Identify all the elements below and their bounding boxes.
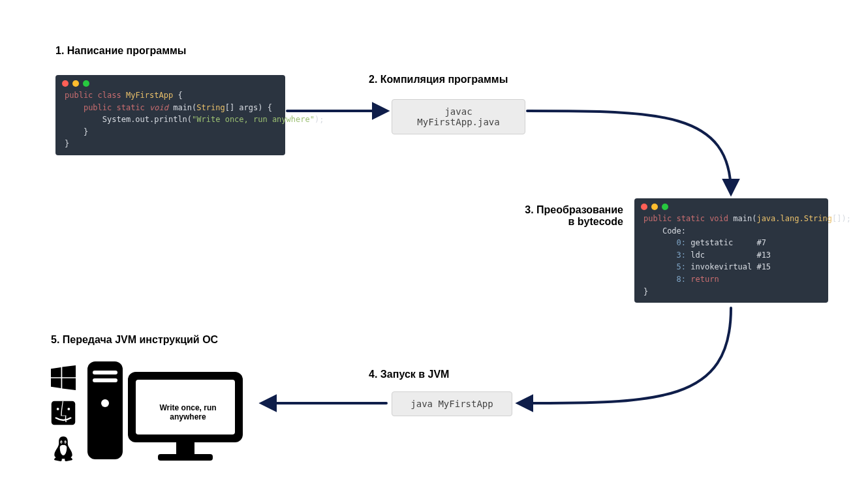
- bytecode-sig-method: main: [733, 214, 752, 223]
- svg-rect-8: [93, 371, 117, 374]
- run-command-box: java MyFirstApp: [392, 391, 512, 416]
- monitor-output-text: Write once, run anywhere: [141, 403, 235, 421]
- bytecode-instruction: 5: invokevirtual #15: [634, 261, 828, 273]
- svg-point-2: [67, 408, 70, 410]
- macos-icon: [51, 401, 76, 425]
- svg-rect-0: [52, 401, 75, 425]
- svg-point-10: [101, 399, 109, 407]
- bytecode-sig-param: java.lang.String: [756, 214, 832, 223]
- source-code-block: public class MyFirstApp { public static …: [55, 75, 285, 155]
- windows-icon: [51, 365, 76, 390]
- class-name: MyFirstApp: [126, 91, 173, 100]
- svg-point-5: [61, 442, 63, 443]
- bytecode-code-label: Code:: [662, 226, 686, 236]
- svg-point-6: [65, 442, 66, 443]
- svg-rect-13: [176, 442, 194, 454]
- bytecode-sig-head: public static void: [643, 214, 728, 223]
- step-3-title: 3. Преобразование в bytecode: [519, 204, 623, 228]
- step-5-title: 5. Передача JVM инструкций ОС: [51, 334, 218, 346]
- window-controls-icon: [55, 75, 285, 89]
- bytecode-block: public static void main(java.lang.String…: [634, 198, 828, 303]
- string-literal: "Write once, run anywhere": [192, 115, 315, 124]
- bytecode-instruction: 3: ldc #13: [634, 249, 828, 262]
- bytecode-instruction: 0: getstatic #7: [634, 237, 828, 249]
- os-icons-group: [51, 365, 76, 467]
- svg-point-1: [57, 408, 59, 410]
- step-2-title: 2. Компиляция программы: [369, 74, 508, 85]
- bytecode-instruction: 8: return: [634, 273, 828, 286]
- svg-rect-9: [93, 378, 117, 382]
- step-4-title: 4. Запуск в JVM: [369, 369, 449, 380]
- step-1-title: 1. Написание программы: [55, 45, 186, 57]
- window-controls-icon: [634, 198, 828, 213]
- svg-rect-7: [87, 361, 123, 459]
- svg-rect-14: [158, 454, 213, 461]
- compile-command-box: javac MyFirstApp.java: [392, 99, 525, 134]
- linux-icon: [51, 436, 76, 465]
